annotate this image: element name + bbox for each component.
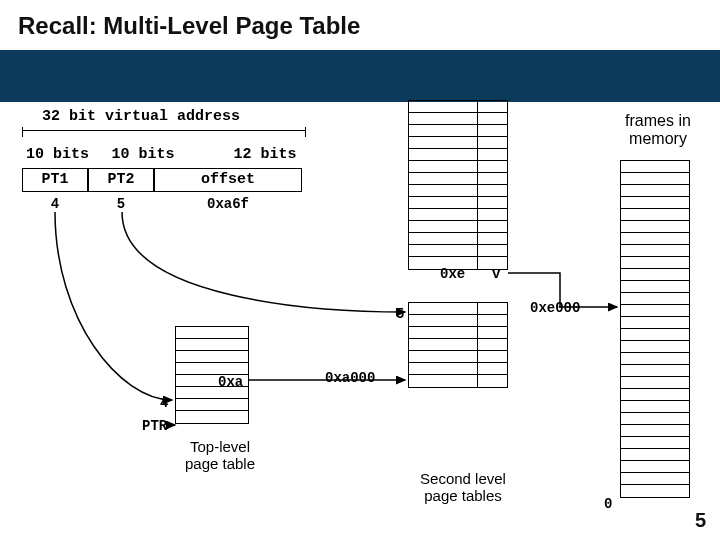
top-entry-index: 4	[160, 395, 168, 411]
memory-frames	[620, 160, 690, 498]
second-entry-value: 0xe	[440, 266, 465, 282]
second-entry-index: 5	[396, 306, 404, 322]
pt1-value: 4	[22, 196, 88, 212]
pt2-bits: 10 bits	[104, 146, 182, 163]
bit-widths-row: 10 bits 10 bits 12 bits	[20, 146, 335, 163]
top-entry-value: 0xa	[218, 374, 243, 390]
second-level-table-a	[408, 100, 508, 270]
address-fields: PT1PT2offset	[22, 168, 302, 192]
address-bracket	[22, 130, 306, 136]
pt1-field: PT1	[22, 168, 88, 192]
ptr-label: PTR	[142, 418, 167, 434]
pt2-field: PT2	[88, 168, 154, 192]
offset-bits: 12 bits	[195, 146, 335, 163]
memory-label: frames in memory	[608, 112, 708, 148]
pt2-value: 5	[88, 196, 154, 212]
memory-zero: 0	[604, 496, 612, 512]
title-band	[0, 50, 720, 102]
top-level-label: Top-level page table	[175, 438, 265, 472]
second-entry-valid: v	[492, 266, 500, 282]
slide-number: 5	[695, 509, 706, 532]
slide-title: Recall: Multi-Level Page Table	[18, 12, 360, 40]
offset-field: offset	[154, 168, 302, 192]
address-values: 450xa6f	[22, 196, 302, 212]
pt1-bits: 10 bits	[20, 146, 95, 163]
second-level-table-b	[408, 302, 508, 388]
mem-arrow-value: 0xe000	[530, 300, 580, 316]
second-level-label: Second level page tables	[398, 470, 528, 504]
offset-value: 0xa6f	[154, 196, 302, 212]
virtual-address-label: 32 bit virtual address	[42, 108, 240, 125]
second-arrow-value: 0xa000	[325, 370, 375, 386]
